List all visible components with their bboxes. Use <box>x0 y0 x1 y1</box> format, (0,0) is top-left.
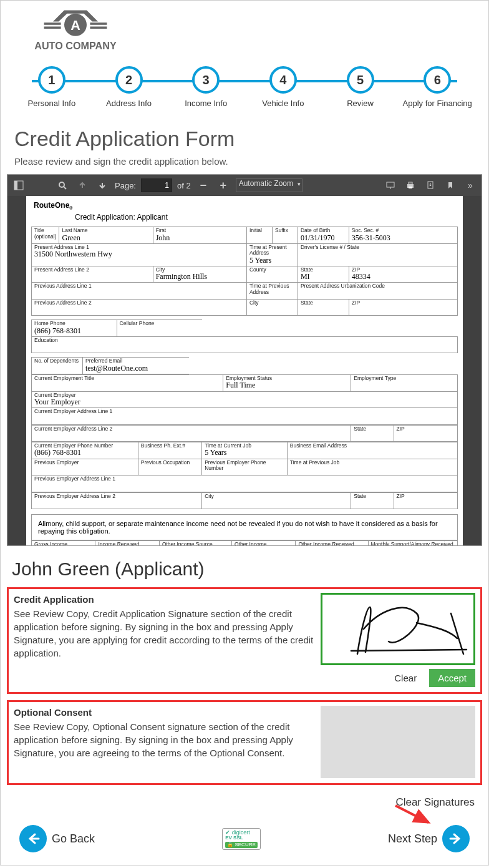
zoom-value: Automatic Zoom <box>239 179 293 188</box>
page-title: Credit Application Form <box>14 127 482 151</box>
svg-line-10 <box>64 187 66 189</box>
sidebar-toggle-icon[interactable] <box>11 178 26 193</box>
pdf-form-table: Gross Income$5,000.00 Income ReceivedMon… <box>31 540 458 545</box>
arrow-right-icon <box>442 825 470 852</box>
disclosure-text: Alimony, child support, or separate main… <box>31 514 458 540</box>
svg-rect-11 <box>387 182 394 187</box>
next-page-icon[interactable] <box>95 178 110 193</box>
signature-block-optional-consent: Optional Consent See Review Copy, Option… <box>7 700 482 785</box>
step-number: 4 <box>269 66 297 94</box>
next-step-label: Next Step <box>388 832 437 846</box>
prev-page-icon[interactable] <box>75 178 90 193</box>
zoom-out-icon[interactable]: − <box>196 178 211 193</box>
svg-rect-8 <box>14 181 17 190</box>
signature-pad[interactable] <box>321 593 475 665</box>
signature-block-credit-app: Credit Application See Review Copy, Cred… <box>7 587 482 694</box>
pdf-form-table: Home Phone(866) 768-8301 Cellular Phone … <box>31 319 458 353</box>
step-number: 2 <box>115 66 143 94</box>
progress-stepper: 1 Personal Info 2 Address Info 3 Income … <box>7 66 482 108</box>
pdf-toolbar: Page: of 2 − + Automatic Zoom▾ » <box>7 175 482 196</box>
svg-rect-4 <box>90 22 107 25</box>
pdf-form-table: No. of Dependents Preferred Emailtest@Ro… <box>31 357 458 374</box>
step-label: Personal Info <box>13 99 90 108</box>
step-4[interactable]: 4 Vehicle Info <box>244 66 322 108</box>
sig-title: Credit Application <box>14 593 316 606</box>
step-3[interactable]: 3 Income Info <box>167 66 244 108</box>
go-back-button[interactable]: Go Back <box>19 825 95 852</box>
pdf-doc-title: Credit Application: Applicant <box>75 213 458 222</box>
applicant-header: John Green (Applicant) <box>12 558 482 580</box>
signature-pad[interactable] <box>321 706 475 778</box>
pdf-form-table: Current Employer Address Line 2 State ZI… <box>31 425 458 442</box>
step-number: 6 <box>424 66 451 94</box>
svg-line-17 <box>395 806 428 822</box>
pdf-form-table: Current Employment Title Employment Stat… <box>31 374 458 425</box>
zoom-in-icon[interactable]: + <box>216 178 231 193</box>
arrow-left-icon <box>19 825 47 852</box>
print-icon[interactable] <box>403 178 418 193</box>
svg-text:AUTO COMPANY: AUTO COMPANY <box>34 40 117 51</box>
svg-rect-2 <box>44 22 61 25</box>
step-label: Review <box>322 99 399 108</box>
svg-rect-5 <box>90 27 107 29</box>
step-number: 1 <box>38 66 65 94</box>
presentation-icon[interactable] <box>383 178 398 193</box>
sig-title: Optional Consent <box>14 706 316 719</box>
search-icon[interactable] <box>55 178 70 193</box>
svg-text:A: A <box>70 17 80 33</box>
accept-button[interactable]: Accept <box>429 669 475 687</box>
svg-rect-15 <box>409 187 412 188</box>
sig-body: See Review Copy, Optional Consent signat… <box>14 721 293 758</box>
go-back-label: Go Back <box>52 832 95 846</box>
svg-rect-14 <box>409 182 412 184</box>
step-1[interactable]: 1 Personal Info <box>13 66 90 108</box>
zoom-select[interactable]: Automatic Zoom▾ <box>236 178 303 192</box>
digicert-badge: ✔ digicert EV SSL 🔒 SECURE <box>222 828 261 850</box>
pdf-brand: RouteOne® <box>34 201 73 210</box>
step-5[interactable]: 5 Review <box>322 66 399 108</box>
step-label: Income Info <box>167 99 244 108</box>
logo: A AUTO COMPANY <box>19 7 132 60</box>
pdf-form-table: Previous Employer Address Line 2 City St… <box>31 492 458 510</box>
step-label: Address Info <box>90 99 168 108</box>
page-total: of 2 <box>177 181 191 190</box>
pdf-body[interactable]: RouteOne® Credit Application: Applicant … <box>7 196 482 545</box>
step-2[interactable]: 2 Address Info <box>90 66 168 108</box>
pdf-form-table: Title (optional) Last NameGreen FirstJoh… <box>31 227 458 316</box>
step-number: 5 <box>347 66 374 94</box>
svg-point-9 <box>59 182 64 187</box>
signature-description: Credit Application See Review Copy, Cred… <box>14 593 316 665</box>
page-label: Page: <box>115 181 136 190</box>
step-label: Apply for Financing <box>399 99 476 108</box>
pdf-form-table: Current Employer Phone Number(866) 768-8… <box>31 442 458 492</box>
pdf-viewer: Page: of 2 − + Automatic Zoom▾ » RouteOn… <box>7 174 482 546</box>
page-number-input[interactable] <box>141 178 172 192</box>
step-label: Vehicle Info <box>244 99 322 108</box>
sig-body: See Review Copy, Credit Application Sign… <box>14 608 313 658</box>
bookmark-icon[interactable] <box>443 178 458 193</box>
signature-description: Optional Consent See Review Copy, Option… <box>14 706 316 778</box>
more-tools-icon[interactable]: » <box>463 178 478 193</box>
svg-rect-3 <box>44 27 61 29</box>
download-icon[interactable] <box>423 178 438 193</box>
step-6[interactable]: 6 Apply for Financing <box>399 66 476 108</box>
annotation-arrow-icon <box>392 802 436 830</box>
clear-button[interactable]: Clear <box>385 669 425 687</box>
pdf-page: RouteOne® Credit Application: Applicant … <box>26 196 463 545</box>
step-number: 3 <box>192 66 220 94</box>
page-subtitle: Please review and sign the credit applic… <box>14 156 482 167</box>
